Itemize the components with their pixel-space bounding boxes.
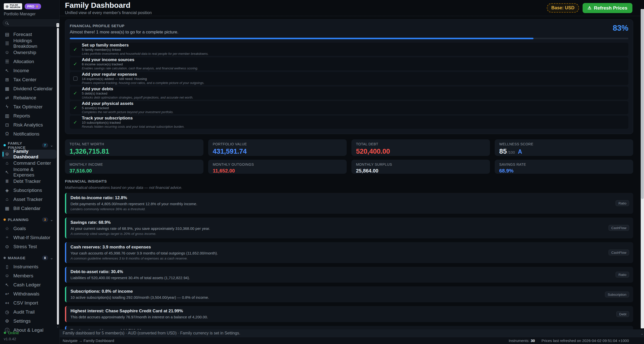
empty-checkbox-icon[interactable] (73, 76, 78, 81)
alert-circle-icon: ⊙ (4, 244, 10, 249)
sidebar-item-goals[interactable]: ☆Goals (2, 224, 56, 233)
sidebar-item-tax-optimizer[interactable]: ϟTax Optimizer (2, 102, 56, 111)
scroll-up-icon[interactable]: ^ (56, 23, 59, 27)
crown-icon: ♛ (35, 5, 39, 8)
check-icon: ✓ (73, 47, 77, 52)
stat-label: WELLNESS SCORE (499, 142, 629, 146)
chevron-down-icon: ⌄ (50, 256, 55, 260)
gear-icon: ⚙ (4, 318, 10, 324)
setup-item-title: Add your regular expenses (82, 72, 204, 77)
setup-item-status: 14 expense(s) added — still need: Housin… (82, 77, 204, 81)
sidebar-item-withdrawals[interactable]: ↩Withdrawals (2, 289, 56, 298)
base-currency-pill[interactable]: Base: USD (547, 3, 579, 13)
sidebar-item-bill-calendar[interactable]: ▦Bill Calendar (2, 204, 56, 213)
page-header: Family Dashboard Unified view of every m… (60, 0, 644, 16)
sidebar-item-holdings-breakdown[interactable]: ☰Holdings Breakdown (2, 39, 56, 48)
sidebar-scrollbar-thumb[interactable] (57, 28, 59, 325)
sidebar-section-manage[interactable]: MANAGE8⌄ (2, 254, 56, 262)
sidebar-item-csv-import[interactable]: ↤CSV Import (2, 298, 56, 308)
insights-label: FINANCIAL INSIGHTS (65, 179, 633, 183)
sidebar-item-cash-ledger[interactable]: ↖Cash Ledger (2, 280, 56, 289)
sidebar-item-ownership[interactable]: ☺Ownership (2, 48, 56, 57)
setup-item-set-up-family-members[interactable]: ✓Set up family members5 family member(s)… (70, 43, 628, 56)
chevron-down-icon: ⌄ (50, 143, 55, 148)
sidebar-item-allocation[interactable]: ☰Allocation (2, 57, 56, 66)
sidebar-item-notifications[interactable]: ΩNotifications (2, 130, 56, 139)
sidebar-item-what-if-simulator[interactable]: ÷What-If Simulator (2, 233, 56, 242)
stat-card-total-net-worth: TOTAL NET WORTH1,326,715.81 (65, 139, 203, 156)
members-icon: ☺ (4, 273, 10, 278)
risk-analytics-icon: ⊡ (4, 122, 10, 128)
setup-item-note: Reveals hidden recurring costs and your … (82, 125, 185, 129)
sidebar-item-label: Risk Analytics (13, 122, 43, 128)
check-icon: ✓ (73, 119, 77, 125)
section-dot-icon (4, 144, 6, 146)
setup-item-note: Links portfolio investments and househol… (82, 52, 209, 56)
refresh-prices-button[interactable]: ⚠ Refresh Prices (583, 3, 632, 13)
history-clock-icon: ◷ (4, 309, 10, 315)
status-bar: Navigate → Family Dashboard Instruments:… (60, 337, 644, 344)
sidebar-section-family-finance[interactable]: FAMILY FINANCE7⌄ (2, 141, 56, 150)
stat-card-monthly-outgoings: MONTHLY OUTGOINGS11,652.00 (208, 160, 347, 174)
stat-value-suffix: /100 (508, 150, 515, 154)
setup-item-title: Track your subscriptions (82, 116, 185, 121)
sidebar-section-planning[interactable]: PLANNING3⌄ (2, 216, 56, 224)
insight-card-debt-to-income-ratio-12-8: Debt-to-income ratio: 12.8%Debt payments… (65, 193, 633, 214)
sidebar-item-tax-center[interactable]: ⊞Tax Center (2, 75, 56, 84)
sidebar-item-stress-test[interactable]: ⊙Stress Test (2, 242, 56, 251)
sidebar-item-label: Settings (13, 318, 31, 324)
page-scrollbar-thumb[interactable] (641, 9, 644, 199)
sidebar-search[interactable] (3, 19, 60, 26)
setup-item-add-your-regular-expenses[interactable]: Add your regular expenses14 expense(s) a… (70, 72, 628, 85)
sidebar-item-command-center[interactable]: ⌂Command Center (2, 159, 56, 168)
page-scroll-down-icon[interactable]: ⌄ (641, 332, 643, 335)
rebalance-icon: ⇄ (4, 95, 10, 101)
setup-item-title: Add your physical assets (82, 101, 173, 106)
sidebar-item-reports[interactable]: ▥Reports (2, 111, 56, 120)
sidebar-item-income-expenses[interactable]: ↖Income & Expenses (2, 168, 56, 177)
sidebar-item-income[interactable]: ↖Income (2, 66, 56, 75)
insight-card-cash-reserves-3-9-months-of-expenses: Cash reserves: 3.9 months of expensesYou… (65, 242, 633, 263)
app-version: v1.0.42 (4, 337, 19, 341)
cursor-icon: ↖ (4, 169, 10, 175)
sidebar-item-subscriptions[interactable]: ◈Subscriptions (2, 186, 56, 195)
sidebar-item-risk-analytics[interactable]: ⊡Risk Analytics (2, 120, 56, 130)
sidebar-item-label: CSV Import (13, 300, 38, 306)
setup-item-add-your-income-sources[interactable]: ✓Add your income sources6 income source(… (70, 57, 628, 70)
sidebar-item-label: Tax Center (13, 77, 37, 82)
setup-item-add-your-physical-assets[interactable]: ✓Add your physical assets5 asset(s) trac… (70, 101, 628, 114)
sidebar-item-asset-tracker[interactable]: ⌂Asset Tracker (2, 195, 56, 204)
insight-card-subscriptions-0-8-of-income: Subscriptions: 0.8% of income10 active s… (65, 286, 633, 302)
sidebar-item-settings[interactable]: ⚙Settings (2, 317, 56, 326)
sidebar-item-debt-tracker[interactable]: ⅢDebt Tracker (2, 177, 56, 186)
sidebar-item-label: Withdrawals (13, 291, 39, 297)
insight-title: Subscriptions: 0.8% of income (70, 289, 595, 294)
sidebar-item-dividend-calendar[interactable]: ▦Dividend Calendar (2, 84, 56, 93)
search-input[interactable] (10, 21, 60, 25)
page-scrollbar[interactable] (641, 9, 644, 328)
setup-item-add-your-debts[interactable]: ✓Add your debts5 debt(s) trackedUnlocks … (70, 87, 628, 100)
insight-description: Your cash accounts of 45,998.76 cover 3.… (70, 251, 595, 256)
sidebar: ⊕ PULSENEURON PRO ♛ Portfolio Manager ⇥ … (0, 0, 60, 344)
insight-card-debt-to-asset-ratio-30-4: Debt-to-asset ratio: 30.4%Liabilities of… (65, 267, 633, 283)
stat-card-portfolio-value: PORTFOLIO VALUE431,591.74 (208, 139, 347, 156)
scroll-down-icon[interactable]: ⌄ (56, 325, 59, 328)
setup-item-track-your-subscriptions[interactable]: ✓Track your subscriptions10 subscription… (70, 116, 628, 129)
sidebar-item-instruments[interactable]: ▯Instruments (2, 262, 56, 271)
sidebar-item-rebalance[interactable]: ⇄Rebalance (2, 93, 56, 102)
family-dashboard-icon: ☺ (4, 151, 10, 157)
dividend-calendar-icon: ▦ (4, 86, 10, 92)
stat-value: 68.9% (499, 168, 629, 174)
section-count-badge: 7 (42, 143, 48, 148)
search-icon (5, 22, 8, 24)
sidebar-scrollbar[interactable]: ^ ⌄ (56, 23, 59, 328)
sidebar-item-members[interactable]: ☺Members (2, 271, 56, 280)
stat-label: SAVINGS RATE (499, 162, 629, 166)
check-icon: ✓ (73, 90, 77, 96)
content-scroll-area: FINANCIAL PROFILE SETUP Almost there! 1 … (60, 16, 644, 344)
sidebar-item-audit-trail[interactable]: ◷Audit Trail (2, 308, 56, 317)
sidebar-item-family-dashboard[interactable]: ☺Family Dashboard (2, 150, 56, 159)
sidebar-item-forecast[interactable]: ▤Forecast (2, 30, 56, 39)
app-logo: ⊕ PULSENEURON (4, 3, 22, 10)
stat-value: 25,864.00 (356, 168, 485, 174)
